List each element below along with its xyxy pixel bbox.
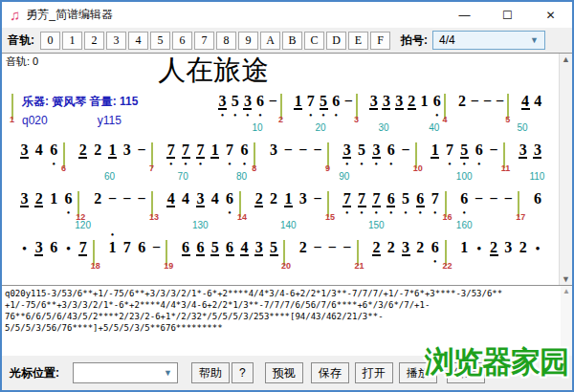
close-button[interactable]: ✕	[529, 2, 572, 28]
note: 3	[19, 190, 30, 207]
note: 6•	[415, 190, 426, 207]
track-button-A[interactable]: A	[260, 32, 280, 50]
score-line: •36•7181•76−196656435202−−−2122326•221•2…	[2, 234, 559, 283]
track-button-C[interactable]: C	[304, 32, 324, 50]
rest-dash: −	[121, 190, 132, 207]
note: 6•	[49, 142, 59, 159]
cursor-position-combo[interactable]: ▼	[73, 362, 178, 383]
save-button[interactable]: 保存	[311, 362, 349, 383]
note: 2	[93, 190, 103, 207]
rest-dash: −	[107, 190, 118, 207]
note: 1140	[283, 190, 294, 207]
lead-codes: q020 y115	[22, 114, 210, 127]
barline: 10	[415, 142, 426, 168]
note: 7•	[166, 142, 176, 159]
note: 1	[49, 190, 59, 207]
note: 6•	[386, 142, 396, 159]
note: 5•	[230, 93, 240, 120]
barline: 20	[283, 239, 294, 266]
track-button-D[interactable]: D	[326, 32, 346, 50]
app-window: ♫ 勇芳_简谱编辑器 — ☐ ✕ 音轨: 0123456789ABCDEF 拍号…	[0, 0, 574, 392]
track-button-E[interactable]: E	[348, 32, 368, 50]
note: 3	[368, 93, 379, 120]
open-button[interactable]: 打开	[355, 362, 393, 383]
track-button-5[interactable]: 5	[150, 32, 170, 50]
scroll-down-icon[interactable]: ▼	[562, 274, 570, 284]
barline: 17	[518, 190, 528, 217]
note: 7•70	[181, 142, 191, 159]
track-button-3[interactable]: 3	[106, 32, 126, 50]
note: 3•	[371, 142, 382, 159]
note: 7•	[357, 190, 367, 207]
note: 450	[520, 93, 531, 120]
note: 3	[401, 239, 411, 256]
barline: 19	[166, 239, 176, 266]
track-button-6[interactable]: 6	[172, 32, 192, 50]
note: 3	[121, 142, 132, 159]
track-button-0[interactable]: 0	[40, 32, 60, 50]
track-button-B[interactable]: B	[282, 32, 302, 50]
note: 330	[381, 93, 391, 120]
note: 5•	[401, 190, 411, 207]
note: 3	[503, 239, 514, 256]
note: 4	[33, 142, 44, 159]
rest-dash: −	[313, 239, 323, 256]
track-button-1[interactable]: 1	[62, 32, 82, 50]
note: 2	[93, 142, 103, 159]
time-signature-select[interactable]: 4/4 ▼	[432, 31, 545, 50]
window-controls: — ☐ ✕	[443, 2, 572, 28]
track-button-7[interactable]: 7	[194, 32, 214, 50]
score-area[interactable]: 音轨: 0 人在旅途 1 乐器: 簧风琴 音量: 115 q020 y115 3…	[2, 53, 572, 285]
note: 2	[33, 190, 44, 207]
minimize-button[interactable]: —	[443, 2, 486, 28]
aug-dot: •	[19, 239, 30, 256]
question-button[interactable]: ?	[232, 362, 254, 383]
note: 3	[19, 142, 30, 159]
barline: 5	[507, 93, 518, 120]
note: 6	[225, 239, 235, 256]
track-button-8[interactable]: 8	[216, 32, 236, 50]
barline: 2	[280, 93, 291, 120]
note: 3110	[532, 142, 542, 159]
note: 3•90	[342, 142, 352, 159]
note: 6	[195, 239, 206, 256]
scroll-up-icon[interactable]: ▲	[563, 287, 570, 295]
barline: 15	[327, 190, 338, 217]
rest-dash: −	[474, 190, 484, 207]
time-signature-label: 拍号:	[401, 33, 428, 49]
code-line: +1/-75/6**+3/3/3/2/1*-6*+2****4/4*3/4-6+…	[5, 299, 559, 311]
barline: 18	[93, 239, 103, 266]
lead-code1: q020	[22, 114, 48, 127]
rest-dash: −	[470, 93, 480, 120]
note: 2	[386, 239, 396, 256]
score-scrollbar[interactable]: ▲ ▼	[559, 54, 572, 285]
rest-dash: −	[283, 142, 294, 159]
note: 3	[33, 239, 44, 256]
code-line: 5/5/5/3/56/76****]+5/5/5/3/5**676*******…	[5, 322, 559, 334]
note: 6	[532, 190, 542, 207]
note: 3	[394, 93, 405, 120]
help-button[interactable]: 帮助	[191, 362, 230, 383]
note: 3	[298, 190, 308, 207]
track-button-4[interactable]: 4	[128, 32, 148, 50]
rest-dash: −	[313, 190, 323, 207]
note: 7•	[225, 142, 235, 159]
note: 3	[518, 142, 528, 159]
note: 6•	[386, 190, 396, 207]
note: 2	[77, 142, 88, 159]
maximize-button[interactable]: ☐	[486, 2, 529, 28]
track-button-2[interactable]: 2	[84, 32, 104, 50]
note: 6	[49, 239, 59, 256]
track-button-9[interactable]: 9	[238, 32, 258, 50]
barline: 16	[445, 190, 455, 217]
lead-instrument: 乐器: 簧风琴 音量: 115	[22, 94, 210, 110]
preview-button[interactable]: 预视	[265, 362, 303, 383]
track-button-F[interactable]: F	[370, 32, 390, 50]
note: 6	[137, 239, 147, 256]
chevron-down-icon: ▼	[164, 368, 172, 378]
score-canvas[interactable]: 音轨: 0 人在旅途 1 乐器: 簧风琴 音量: 115 q020 y115 3…	[2, 54, 559, 285]
note: 4	[533, 93, 543, 120]
scroll-up-icon[interactable]: ▲	[562, 54, 570, 64]
score-line: 1 乐器: 簧风琴 音量: 115 q020 y115 3•5•3•6•10−2…	[2, 88, 559, 137]
track-buttons: 0123456789ABCDEF	[39, 32, 391, 50]
